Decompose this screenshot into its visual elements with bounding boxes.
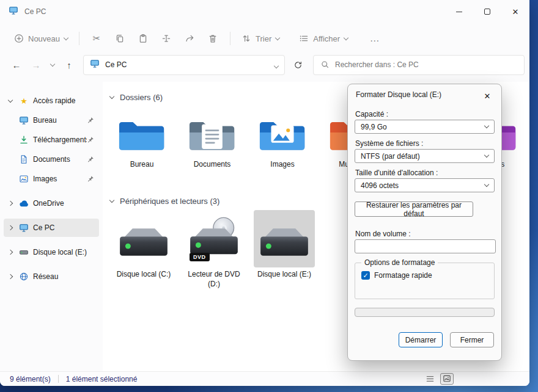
back-button[interactable]: ←	[7, 56, 26, 74]
chevron-down-icon	[8, 97, 13, 102]
share-button[interactable]	[178, 29, 201, 48]
desktop-icon	[17, 115, 31, 125]
delete-button[interactable]	[201, 29, 224, 48]
downloads-icon	[17, 135, 31, 145]
chevron-down-icon	[64, 35, 68, 40]
close-button[interactable]: ✕	[501, 0, 529, 23]
status-divider	[58, 375, 59, 383]
onedrive-cloud-icon	[17, 198, 31, 209]
maximize-icon	[484, 9, 490, 15]
folder-tile-bureau[interactable]: Bureau	[111, 112, 172, 169]
details-view-button[interactable]	[423, 373, 437, 385]
history-dropdown-button[interactable]	[46, 56, 59, 74]
folder-tile-images[interactable]: Images	[252, 112, 313, 169]
details-view-icon	[426, 374, 435, 383]
check-icon: ✓	[363, 272, 368, 279]
more-button[interactable]: …	[363, 29, 386, 48]
capacity-select[interactable]: 99,9 Go	[355, 120, 495, 134]
dialog-close-action-button[interactable]: Fermer	[450, 332, 494, 347]
search-box[interactable]	[313, 55, 525, 75]
refresh-icon	[293, 60, 303, 70]
drive-tile-dvd[interactable]: DVD Lecteur de DVD (D:)	[183, 210, 245, 289]
sidebar-item-telechargements[interactable]: Téléchargements	[4, 131, 99, 149]
copy-button[interactable]	[108, 29, 131, 48]
titlebar[interactable]: Ce PC ✕	[0, 0, 529, 23]
sidebar-item-label: Images	[33, 175, 87, 183]
sidebar-item-label: Bureau	[33, 116, 87, 125]
sidebar-item-reseau[interactable]: Réseau	[4, 267, 99, 286]
rename-button[interactable]	[155, 29, 178, 48]
rename-icon	[161, 34, 171, 43]
sidebar-item-label: Disque local (E:)	[33, 248, 94, 256]
allocation-unit-label: Taille d'unité d'allocation :	[355, 169, 438, 177]
drive-label: Lecteur de DVD (D:)	[183, 270, 245, 289]
start-button[interactable]: Démarrer	[399, 332, 443, 347]
chevron-down-icon	[275, 35, 280, 40]
folder-icon	[252, 112, 313, 155]
capacity-label: Capacité :	[355, 110, 388, 118]
chevron-down-icon	[484, 123, 489, 128]
breadcrumb-segment[interactable]: Ce PC	[105, 60, 127, 69]
minimize-icon	[456, 12, 462, 12]
navigation-pane: ★ Accès rapide Bureau Téléchargements Do…	[0, 82, 103, 371]
sidebar-item-quick-access[interactable]: ★ Accès rapide	[4, 92, 99, 110]
paste-button[interactable]	[131, 29, 155, 48]
refresh-button[interactable]	[289, 56, 307, 74]
sidebar-item-onedrive[interactable]: OneDrive	[4, 194, 99, 212]
file-system-label: Système de fichiers :	[355, 139, 423, 148]
network-globe-icon	[17, 272, 31, 281]
file-system-select[interactable]: NTFS (par défaut)	[355, 149, 495, 163]
view-button[interactable]: Afficher	[293, 30, 353, 47]
paste-icon	[138, 34, 148, 43]
sidebar-item-label: Documents	[33, 155, 87, 164]
dialog-close-button[interactable]: ✕	[479, 89, 495, 103]
folder-icon	[182, 112, 243, 155]
toolbar-divider	[230, 32, 230, 45]
item-count: 9 élément(s)	[10, 375, 51, 383]
maximize-button[interactable]	[473, 0, 501, 23]
file-system-value: NTFS (par défaut)	[361, 152, 420, 161]
address-dropdown-button[interactable]	[275, 59, 278, 70]
chevron-right-icon	[8, 225, 13, 230]
quick-format-checkbox[interactable]: ✓	[361, 271, 370, 280]
quick-format-label: Formatage rapide	[374, 271, 432, 280]
new-button[interactable]: Nouveau	[9, 30, 73, 47]
sidebar-item-disque-local-e[interactable]: Disque local (E:)	[4, 243, 99, 261]
sidebar-item-label: Réseau	[33, 272, 94, 281]
drive-label: Disque local (C:)	[113, 270, 174, 280]
sidebar-item-images[interactable]: Images	[4, 170, 99, 188]
capacity-value: 99,9 Go	[361, 123, 387, 131]
dvd-drive-icon: DVD	[183, 210, 245, 267]
drive-tile-c[interactable]: Disque local (C:)	[113, 210, 174, 280]
allocation-unit-select[interactable]: 4096 octets	[355, 178, 495, 192]
view-button-label: Afficher	[313, 34, 340, 43]
folder-tile-documents[interactable]: Documents	[182, 112, 243, 169]
dvd-badge: DVD	[190, 253, 210, 261]
forward-button[interactable]: →	[27, 56, 45, 74]
folder-label: Documents	[182, 160, 243, 169]
minimize-button[interactable]	[445, 0, 473, 23]
volume-name-input[interactable]	[355, 239, 496, 253]
search-input[interactable]	[335, 60, 517, 69]
restore-defaults-button[interactable]: Restaurer les paramètres par défaut	[355, 201, 473, 217]
sidebar-item-documents[interactable]: Documents	[4, 150, 99, 169]
chevron-right-icon	[8, 274, 13, 279]
up-button[interactable]: ↑	[60, 56, 78, 74]
pictures-icon	[17, 174, 31, 184]
sidebar-item-ce-pc[interactable]: Ce PC	[4, 219, 99, 237]
chevron-down-icon	[109, 93, 114, 98]
breadcrumb[interactable]: Ce PC	[83, 55, 285, 75]
chevron-down-icon	[344, 35, 348, 40]
format-options-group: Options de formatage ✓ Formatage rapide	[355, 263, 495, 299]
chevron-down-icon	[109, 197, 114, 202]
sort-button[interactable]: Trier	[236, 30, 285, 47]
command-bar: Nouveau ✂ Trier Afficher …	[0, 23, 529, 54]
chevron-right-icon	[8, 250, 13, 255]
more-icon: …	[370, 34, 380, 43]
sidebar-item-bureau[interactable]: Bureau	[4, 111, 99, 129]
chevron-down-icon	[484, 153, 489, 158]
drive-tile-e-selected[interactable]: Disque local (E:)	[254, 210, 315, 280]
cut-button[interactable]: ✂	[85, 30, 108, 48]
status-bar: 9 élément(s) 1 élément sélectionné	[0, 371, 529, 386]
large-icons-view-button[interactable]	[440, 373, 454, 385]
